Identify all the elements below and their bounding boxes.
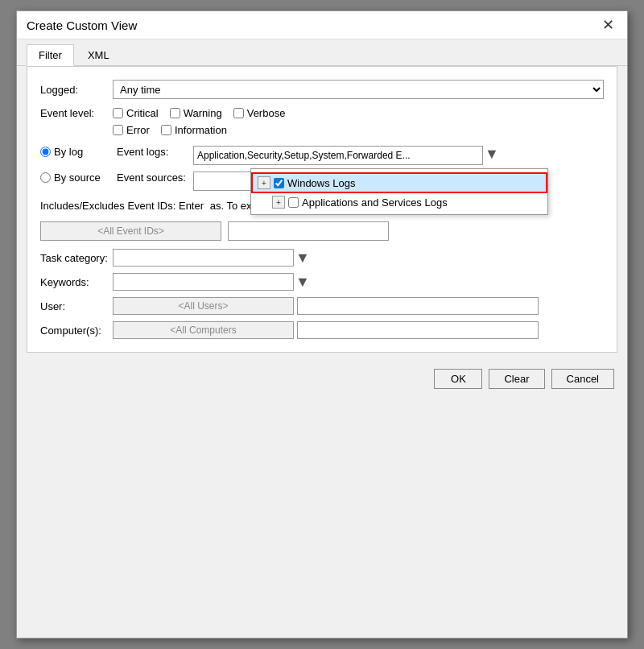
app-services-logs-item[interactable]: + Applications and Services Logs — [251, 193, 547, 211]
keywords-dropdown-icon[interactable]: ▼ — [295, 274, 310, 291]
critical-checkbox-label[interactable]: Critical — [113, 107, 159, 119]
event-level-row2: Error Information — [40, 124, 604, 136]
warning-label: Warning — [184, 107, 222, 119]
verbose-label: Verbose — [247, 107, 286, 119]
windows-logs-item[interactable]: + Windows Logs — [251, 172, 547, 193]
error-checkbox[interactable] — [113, 125, 123, 135]
event-logs-dropdown-icon[interactable]: ▼ — [485, 146, 499, 163]
by-source-text: By source — [54, 172, 101, 184]
windows-logs-label: Windows Logs — [287, 177, 356, 189]
event-logs-input[interactable] — [193, 146, 483, 165]
verbose-checkbox-label[interactable]: Verbose — [233, 107, 286, 119]
by-log-text: By log — [54, 146, 83, 158]
app-services-checkbox[interactable] — [288, 197, 299, 208]
keywords-input[interactable] — [113, 273, 294, 291]
keywords-label: Keywords: — [40, 276, 113, 288]
logged-row: Logged: Any time — [40, 80, 604, 99]
user-extra-input[interactable] — [297, 297, 539, 315]
warning-checkbox[interactable] — [170, 108, 180, 118]
by-log-radio-label[interactable]: By log — [40, 146, 117, 158]
information-checkbox-label[interactable]: Information — [161, 124, 227, 136]
computer-extra-input[interactable] — [297, 321, 539, 339]
event-logs-field-label: Event logs: — [117, 146, 193, 158]
dialog-buttons: OK Clear Cancel — [17, 362, 627, 399]
user-row: User: — [40, 297, 604, 315]
computer-label: Computer(s): — [40, 324, 113, 337]
tab-filter[interactable]: Filter — [27, 44, 74, 66]
critical-label: Critical — [126, 107, 159, 119]
tabs-container: Filter XML — [17, 39, 627, 66]
windows-logs-checkbox[interactable] — [274, 178, 284, 188]
clear-button[interactable]: Clear — [489, 369, 544, 389]
error-label: Error — [126, 124, 150, 136]
event-level-checkboxes-row2: Error Information — [113, 124, 227, 136]
error-checkbox-label[interactable]: Error — [113, 124, 150, 136]
cancel-button[interactable]: Cancel — [551, 369, 614, 389]
information-label: Information — [175, 124, 227, 136]
title-bar: Create Custom View ✕ — [17, 11, 627, 39]
app-services-label: Applications and Services Logs — [302, 196, 448, 209]
event-level-row1: Event level: Critical Warning Verbose — [40, 107, 604, 119]
information-checkbox[interactable] — [161, 125, 171, 135]
dialog-title: Create Custom View — [27, 19, 137, 32]
event-level-label: Event level: — [40, 107, 113, 119]
computer-row: Computer(s): — [40, 321, 604, 339]
by-log-radio[interactable] — [40, 147, 51, 157]
keywords-row: Keywords: ▼ — [40, 273, 604, 291]
app-services-expander[interactable]: + — [272, 196, 285, 209]
includes-text: Includes/Excludes Event IDs: Enter — [40, 200, 204, 212]
close-button[interactable]: ✕ — [599, 18, 617, 32]
event-ids-row — [40, 221, 604, 241]
bottom-fields: Task category: ▼ Keywords: ▼ User: Compu… — [40, 249, 604, 339]
critical-checkbox[interactable] — [113, 108, 123, 118]
ok-button[interactable]: OK — [434, 369, 482, 389]
event-logs-dropdown: + Windows Logs + Applications and Servic… — [250, 168, 548, 215]
computer-input[interactable] — [113, 321, 294, 339]
by-source-radio[interactable] — [40, 172, 51, 183]
event-ids-extra-input[interactable] — [228, 221, 389, 241]
windows-logs-expander[interactable]: + — [258, 176, 270, 189]
task-dropdown-icon[interactable]: ▼ — [295, 250, 310, 267]
task-category-input[interactable] — [113, 249, 294, 267]
warning-checkbox-label[interactable]: Warning — [170, 107, 222, 119]
event-level-checkboxes-row1: Critical Warning Verbose — [113, 107, 285, 119]
tree-view: + Windows Logs + Applications and Servic… — [251, 172, 547, 211]
by-log-row: By log Event logs: ▼ — [40, 146, 604, 165]
task-category-label: Task category: — [40, 252, 113, 264]
create-custom-view-dialog: Create Custom View ✕ Filter XML Logged: … — [16, 10, 628, 639]
event-ids-input[interactable] — [40, 221, 221, 241]
user-label: User: — [40, 300, 113, 312]
logged-select[interactable]: Any time — [113, 80, 604, 99]
event-sources-field-label: Event sources: — [117, 172, 193, 184]
by-source-radio-label[interactable]: By source — [40, 172, 117, 184]
verbose-checkbox[interactable] — [233, 108, 244, 118]
logged-label: Logged: — [40, 84, 113, 96]
task-category-row: Task category: ▼ — [40, 249, 604, 267]
user-input[interactable] — [113, 297, 294, 315]
tab-xml[interactable]: XML — [76, 44, 122, 65]
